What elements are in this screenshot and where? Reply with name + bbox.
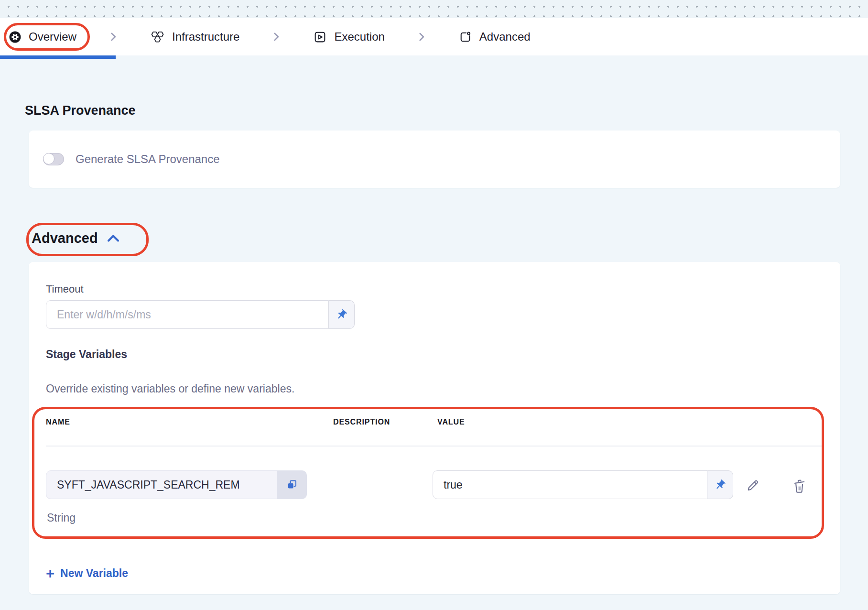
tab-overview[interactable]: Overview xyxy=(9,30,76,44)
execution-play-icon xyxy=(313,30,327,44)
infrastructure-hexagons-icon xyxy=(150,31,165,44)
value-pin-button[interactable] xyxy=(707,470,733,499)
variable-value-input[interactable] xyxy=(433,470,707,499)
timeout-input-group xyxy=(46,300,355,329)
copy-icon xyxy=(286,479,298,491)
generate-slsa-toggle-label: Generate SLSA Provenance xyxy=(76,152,220,166)
pencil-icon xyxy=(745,478,760,493)
canvas-dotted-background xyxy=(0,0,868,18)
chevron-right-icon xyxy=(416,32,427,42)
tab-advanced-label: Advanced xyxy=(479,30,531,44)
tab-infrastructure-label: Infrastructure xyxy=(172,30,239,44)
new-variable-label: New Variable xyxy=(60,567,128,580)
tab-execution[interactable]: Execution xyxy=(313,30,384,44)
plus-icon: + xyxy=(46,566,54,581)
chevron-right-icon xyxy=(108,32,119,42)
tab-advanced[interactable]: Advanced xyxy=(458,30,531,44)
variable-value-group xyxy=(433,470,733,499)
advanced-gear-square-icon xyxy=(458,30,472,44)
slsa-provenance-card: Generate SLSA Provenance xyxy=(29,131,840,188)
trash-icon xyxy=(792,478,807,494)
stage-variable-row: String xyxy=(29,470,840,566)
advanced-section-header[interactable]: Advanced xyxy=(32,230,120,246)
active-tab-underline xyxy=(0,55,116,59)
delete-variable-button[interactable] xyxy=(788,474,811,497)
generate-slsa-toggle[interactable] xyxy=(43,153,64,165)
timeout-pin-button[interactable] xyxy=(329,300,355,329)
pushpin-icon xyxy=(336,309,347,321)
variable-name-input[interactable] xyxy=(46,470,277,499)
tab-execution-label: Execution xyxy=(334,30,384,44)
chevron-up-icon xyxy=(106,233,120,243)
tab-infrastructure[interactable]: Infrastructure xyxy=(150,30,239,44)
stage-variables-heading: Stage Variables xyxy=(46,348,127,361)
pushpin-icon xyxy=(714,479,726,491)
timeout-input[interactable] xyxy=(46,300,329,329)
variable-type-label: String xyxy=(47,512,76,524)
tab-overview-label: Overview xyxy=(29,30,76,44)
variable-name-group xyxy=(46,470,307,499)
advanced-section-card: Timeout Stage Variables Override existin… xyxy=(29,262,840,594)
stage-variables-description: Override existing variables or define ne… xyxy=(46,382,294,395)
table-header-divider xyxy=(46,446,823,447)
slsa-provenance-heading: SLSA Provenance xyxy=(25,103,136,118)
column-header-name: NAME xyxy=(46,418,70,426)
column-header-value: VALUE xyxy=(437,418,465,426)
advanced-section-title: Advanced xyxy=(32,230,98,246)
edit-variable-button[interactable] xyxy=(741,474,764,497)
column-header-description: DESCRIPTION xyxy=(333,418,390,426)
toggle-knob xyxy=(43,153,54,164)
chevron-right-icon xyxy=(271,32,282,42)
timeout-label: Timeout xyxy=(46,283,84,295)
stage-configuration-page: Overview Infrastructure xyxy=(0,0,868,610)
copy-variable-button[interactable] xyxy=(277,470,307,499)
overview-gear-circle-icon xyxy=(9,31,22,44)
new-variable-button[interactable]: + New Variable xyxy=(46,566,128,581)
stage-tab-bar: Overview Infrastructure xyxy=(0,18,868,55)
